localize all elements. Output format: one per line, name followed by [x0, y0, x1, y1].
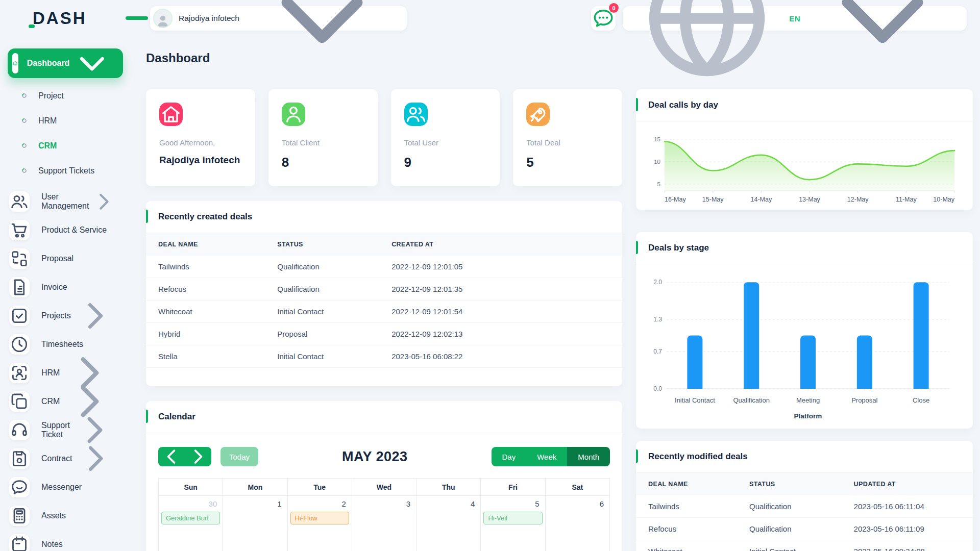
recently-modified-deals-card: Recently modified deals DEAL NAME STATUS… [636, 441, 973, 551]
circle-bullet-icon [21, 167, 28, 174]
table-row: HybridProposal2022-12-09 12:02:13 [146, 323, 622, 345]
calendar-day-cell[interactable]: 4 [416, 496, 481, 551]
company-selector[interactable]: Rajodiya infotech [150, 6, 407, 31]
calendar-toolbar: Today MAY 2023 Day Week Month [146, 433, 622, 478]
stat-value: Rajodiya infotech [159, 155, 242, 166]
calendar-event[interactable]: Hi-Flow [290, 512, 349, 524]
deal-calls-chart: 5101516-May15-May14-May13-May12-May11-Ma… [636, 121, 973, 210]
sidebar-subitem-label: HRM [38, 116, 57, 126]
view-week-button[interactable]: Week [526, 447, 567, 466]
svg-text:16-May: 16-May [665, 196, 686, 203]
calendar-day-cell[interactable]: 6 [545, 496, 609, 551]
user-scan-icon [9, 363, 30, 383]
deals-by-stage-card: Deals by stage 0.00.71.32.0Initial Conta… [636, 232, 973, 429]
created-at-cell: 2022-12-09 12:01:54 [379, 300, 622, 323]
calendar-day-cell[interactable]: 3 [352, 496, 416, 551]
status-cell: Initial Contact [265, 300, 379, 323]
calendar-day-cell[interactable]: 1 [223, 496, 287, 551]
deal-name-cell: Tailwinds [636, 495, 737, 518]
area-line-chart: 5101516-May15-May14-May13-May12-May11-Ma… [646, 128, 959, 205]
calendar-day-cell[interactable]: 5 Hi-Veil [481, 496, 545, 551]
deal-calls-card: Deal calls by day 5101516-May15-May14-Ma… [636, 89, 973, 210]
users-icon [404, 103, 428, 126]
calculator-icon [9, 506, 30, 526]
updated-at-cell: 2023-05-16 06:11:09 [842, 518, 973, 540]
person-icon [154, 10, 172, 28]
svg-text:0.7: 0.7 [653, 348, 662, 355]
svg-text:13-May: 13-May [799, 196, 820, 203]
sidebar-item-user-management[interactable]: User Management [8, 187, 123, 216]
calendar-month-label: MAY 2023 [258, 449, 492, 465]
calendar-event[interactable]: Hi-Veil [483, 512, 542, 524]
table-header-row: DEAL NAME STATUS CREATED AT [146, 233, 622, 256]
chat-badge: 0 [609, 3, 619, 13]
calendar-icon [9, 534, 30, 551]
brand-accent-dot [29, 24, 35, 28]
sidebar-item-proposal[interactable]: Proposal [8, 244, 123, 273]
bar-chart: 0.00.71.32.0Initial ContactQualification… [646, 272, 959, 425]
svg-text:Platform: Platform [794, 412, 822, 420]
sidebar-subitem-crm[interactable]: CRM [15, 133, 123, 158]
sidebar-item-label: Contract [41, 454, 72, 463]
chevron-down-icon [69, 41, 115, 86]
view-day-button[interactable]: Day [492, 447, 527, 466]
view-month-button[interactable]: Month [567, 447, 610, 466]
messenger-button[interactable]: 0 [591, 6, 616, 31]
copy-icon [9, 391, 30, 412]
sidebar-item-product-service[interactable]: Product & Service [8, 216, 123, 244]
status-cell: Qualification [737, 518, 842, 540]
created-at-cell: 2022-12-09 12:02:13 [379, 323, 622, 345]
company-name: Rajodiya infotech [179, 14, 239, 23]
column-header: STATUS [737, 473, 842, 495]
company-avatar [153, 9, 173, 28]
sidebar-subitem-support-tickets[interactable]: Support Tickets [15, 158, 123, 183]
stat-card-greeting: Good Afternoon, Rajodiya infotech [146, 89, 255, 186]
prev-month-button[interactable] [158, 443, 185, 470]
next-month-button[interactable] [185, 443, 211, 470]
sidebar-item-label: Support Ticket [41, 421, 70, 439]
day-number: 3 [355, 497, 413, 509]
card-title: Recently modified deals [636, 441, 973, 473]
svg-text:11-May: 11-May [896, 196, 917, 203]
deal-name-cell: Refocus [636, 518, 737, 540]
sidebar-item-assets[interactable]: Assets [8, 502, 123, 530]
sidebar-item-dashboard[interactable]: Dashboard [8, 48, 123, 78]
weekday-header: Fri [481, 479, 545, 496]
sidebar-item-notes[interactable]: Notes [8, 530, 123, 551]
cart-icon [9, 220, 30, 240]
file-invoice-icon [9, 277, 30, 297]
sidebar-subitem-hrm[interactable]: HRM [15, 108, 123, 133]
sidebar-item-contract[interactable]: Contract [8, 444, 123, 473]
page-title: Dashboard [146, 51, 973, 65]
today-button[interactable]: Today [220, 447, 258, 466]
sidebar-item-projects[interactable]: Projects [8, 302, 123, 330]
column-header: STATUS [265, 233, 379, 256]
sidebar-subitem-project[interactable]: Project [15, 83, 123, 108]
check-square-icon [9, 306, 30, 326]
main-content: Dashboard Good Afternoon, Rajodiya infot… [131, 37, 980, 551]
svg-text:12-May: 12-May [847, 196, 869, 203]
modified-deals-table: DEAL NAME STATUS UPDATED AT TailwindsQua… [636, 473, 973, 551]
calendar-day-cell[interactable]: 30 Geraldine Burt [159, 496, 223, 551]
day-number: 5 [483, 497, 542, 509]
svg-text:15: 15 [654, 136, 660, 142]
brand-logo: DASH [0, 9, 131, 28]
weekday-header: Mon [223, 479, 287, 496]
sidebar-item-label: Messenger [41, 483, 123, 492]
language-selector[interactable]: EN [623, 6, 967, 31]
created-at-cell: 2023-05-16 06:08:22 [379, 345, 622, 368]
dashboard-subnav: Project HRM CRM Support Tickets [8, 78, 123, 185]
rocket-icon [526, 103, 550, 126]
deal-name-cell: Whitecoat [146, 300, 265, 323]
chat-round-icon [9, 477, 30, 497]
stat-cards-row: Good Afternoon, Rajodiya infotech Total … [146, 89, 622, 186]
calendar-day-cell[interactable]: 2 Hi-Flow [287, 496, 352, 551]
table-row: RefocusQualification2023-05-16 06:11:09 [636, 518, 973, 540]
stat-card-total-user: Total User 9 [391, 89, 500, 186]
stat-value: 8 [282, 155, 364, 170]
calendar-event[interactable]: Geraldine Burt [161, 512, 220, 524]
circle-bullet-icon [21, 92, 28, 99]
table-row: RefocusQualification2022-12-09 12:01:35 [146, 278, 622, 300]
stat-card-total-deal: Total Deal 5 [513, 89, 622, 186]
clock-icon [9, 334, 30, 355]
